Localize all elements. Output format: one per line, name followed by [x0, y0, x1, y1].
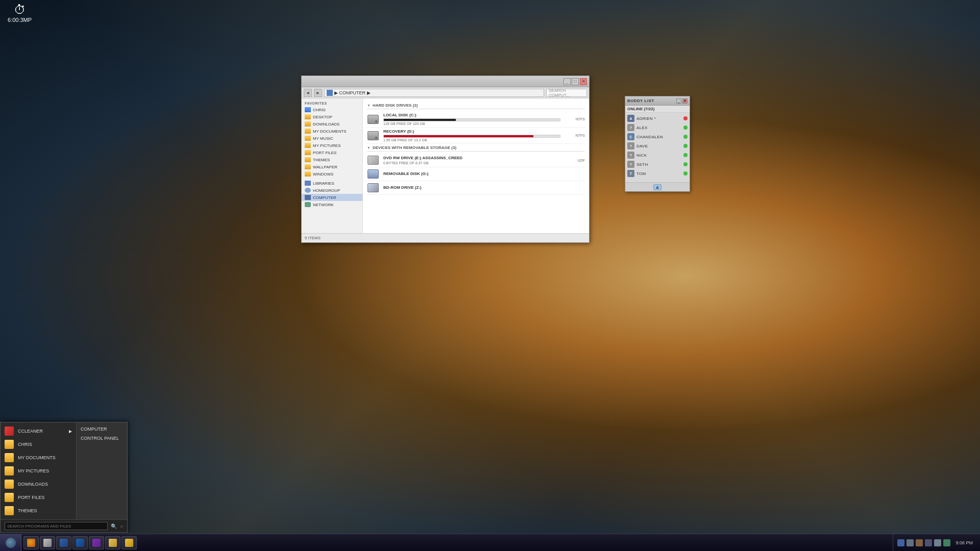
sidebar-label-mypictures: MY PICTURES [313, 143, 341, 148]
sidebar-label-themes: THEMES [313, 158, 330, 162]
search-box[interactable]: SEARCH COMPUT... [546, 89, 587, 97]
folder-icon [305, 164, 311, 169]
taskbar-item-word[interactable] [72, 536, 88, 549]
buddy-status-seth [683, 162, 688, 166]
portfiles-icon [5, 493, 14, 502]
sidebar-item-desktop[interactable]: DESKTOP [302, 113, 362, 120]
start-item-chris[interactable]: CHRIS [1, 438, 76, 451]
tray-icon-3[interactable] [916, 539, 923, 546]
disk-fs-e: UDF [565, 159, 585, 162]
removable-section-header: DEVICES WITH REMOVABLE STORAGE (3) [367, 144, 585, 152]
taskbar-items [21, 534, 893, 551]
disk-item-z[interactable]: BD-ROM DRIVE (Z:) [367, 181, 585, 195]
buddy-item-seth[interactable]: ? SETH [625, 160, 690, 169]
start-right-computer[interactable]: COMPUTER [77, 424, 127, 434]
start-item-mydocuments[interactable]: MY DOCUMENTS [1, 451, 76, 464]
disk-item-e[interactable]: DVD RW DRIVE (E:) ASSASSINS_CREED 0 BYTE… [367, 154, 585, 167]
buddy-footer: ▲ [625, 182, 690, 191]
power-icon[interactable]: ○ [120, 523, 123, 529]
sidebar-item-portfiles[interactable]: PORT FILES [302, 149, 362, 156]
back-button[interactable]: ◄ [304, 89, 312, 97]
downloads-icon [5, 480, 14, 489]
buddy-status-dave [683, 144, 688, 148]
start-right-controlpanel[interactable]: CONTROL PANEL [77, 434, 127, 443]
disk-icon-d [367, 131, 379, 141]
start-label-mypictures: MY PICTURES [18, 468, 49, 473]
taskbar-item-firefox[interactable] [23, 536, 39, 549]
disk-name-e: DVD RW DRIVE (E:) ASSASSINS_CREED [383, 156, 560, 160]
address-text: ▶ COMPUTER ▶ [334, 90, 371, 95]
buddy-name-adrien: ADRIEN * [636, 116, 681, 121]
search-programs-input[interactable] [5, 522, 108, 530]
firefox-icon [27, 539, 35, 547]
forward-button[interactable]: ► [314, 89, 322, 97]
disk-name-c: LOCAL DISK (C:) [383, 113, 560, 117]
folder-icon [305, 143, 311, 148]
mydocs-icon [5, 453, 14, 462]
search-placeholder: SEARCH COMPUT... [549, 88, 584, 97]
start-menu-left: CCLEANER ▶ CHRIS MY DOCUMENTS MY PICTURE… [1, 422, 76, 519]
tray-icon-network[interactable] [943, 539, 950, 546]
taskbar-item-explorer[interactable] [121, 536, 137, 549]
start-label-downloads: DOWNLOADS [18, 482, 48, 487]
buddy-name-alex: ALEX [636, 126, 681, 130]
buddy-add-button[interactable]: ▲ [653, 184, 662, 190]
buddy-avatar-dave: ? [627, 142, 634, 149]
taskbar-item-photoshop[interactable] [56, 536, 71, 549]
tray-icon-4[interactable] [925, 539, 932, 546]
buddy-minimize[interactable]: _ [676, 98, 681, 104]
disk-name-g: REMOVABLE DISK (G:) [383, 171, 560, 176]
sidebar-item-mypictures[interactable]: MY PICTURES [302, 142, 362, 149]
submenu-arrow: ▶ [69, 429, 72, 434]
sidebar-item-wallpaper[interactable]: WALLPAPER [302, 163, 362, 170]
sidebar-item-mymusic[interactable]: MY MUSIC [302, 135, 362, 142]
sidebar-item-network[interactable]: NETWORK [302, 201, 362, 208]
buddy-item-adrien[interactable]: A ADRIEN * [625, 114, 690, 123]
sidebar-item-mydocs[interactable]: MY DOCUMENTS [302, 128, 362, 135]
buddy-name-seth: SETH [636, 162, 681, 167]
start-item-downloads[interactable]: DOWNLOADS [1, 478, 76, 491]
minimize-button[interactable]: _ [564, 78, 571, 85]
start-button[interactable] [0, 534, 21, 552]
taskbar-item-aim[interactable] [105, 536, 120, 549]
start-item-ccleaner[interactable]: CCLEANER ▶ [1, 424, 76, 438]
buddy-item-alex[interactable]: ? ALEX [625, 123, 690, 132]
buddy-item-tom[interactable]: T TOM [625, 169, 690, 178]
sidebar-item-chris[interactable]: CHRIS [302, 106, 362, 113]
mypics-icon [5, 466, 14, 475]
sidebar-item-libraries[interactable]: LIBRARIES [302, 180, 362, 187]
buddy-item-nick[interactable]: ? NICK [625, 151, 690, 160]
sidebar-item-downloads[interactable]: DOWNLOADS [302, 120, 362, 128]
buddy-item-chandalen[interactable]: C CHANDALEN [625, 132, 690, 141]
sidebar-item-homegroup[interactable]: HOMEGROUP [302, 187, 362, 194]
buddy-list-window: BUDDY LIST _ ✕ ONLINE (7/22) A ADRIEN * … [625, 96, 690, 192]
tray-icon-2[interactable] [906, 539, 914, 546]
close-button[interactable]: ✕ [580, 78, 587, 85]
disk-item-d[interactable]: RECOVERY (D:) 1.95 GB FREE OF 13.2 GB NT… [367, 128, 585, 144]
taskbar-item-itunes[interactable] [40, 536, 55, 549]
buddy-avatar-seth: ? [627, 161, 634, 168]
start-item-mypictures[interactable]: MY PICTURES [1, 464, 76, 478]
buddy-close[interactable]: ✕ [682, 98, 688, 104]
sidebar-item-themes[interactable]: THEMES [302, 156, 362, 163]
tray-icon-1[interactable] [897, 539, 904, 546]
maximize-button[interactable]: □ [572, 78, 579, 85]
usb-icon [368, 169, 379, 179]
hdd-icon [368, 131, 379, 140]
disk-item-g[interactable]: REMOVABLE DISK (G:) [367, 167, 585, 181]
buddy-item-dave[interactable]: ? DAVE [625, 141, 690, 151]
search-icon[interactable]: 🔍 [111, 523, 117, 529]
start-menu-right: COMPUTER CONTROL PANEL [76, 422, 127, 519]
buddy-name-chandalen: CHANDALEN [636, 135, 681, 139]
start-item-themes[interactable]: THEMES [1, 504, 76, 517]
disk-item-c[interactable]: LOCAL DISK (C:) 129 GB FREE OF 220 GB NT… [367, 111, 585, 128]
sidebar-label-downloads: DOWNLOADS [313, 122, 339, 127]
sidebar-item-windows[interactable]: WINDOWS [302, 170, 362, 178]
sidebar-item-computer[interactable]: COMPUTER [302, 194, 362, 201]
taskbar-item-onenote[interactable] [89, 536, 104, 549]
tray-icon-volume[interactable] [934, 539, 941, 546]
address-icon [327, 90, 333, 96]
start-item-portfiles[interactable]: PORT FILES [1, 491, 76, 504]
address-bar[interactable]: ▶ COMPUTER ▶ [324, 89, 544, 97]
disk-fs-c: NTFS [565, 117, 585, 121]
